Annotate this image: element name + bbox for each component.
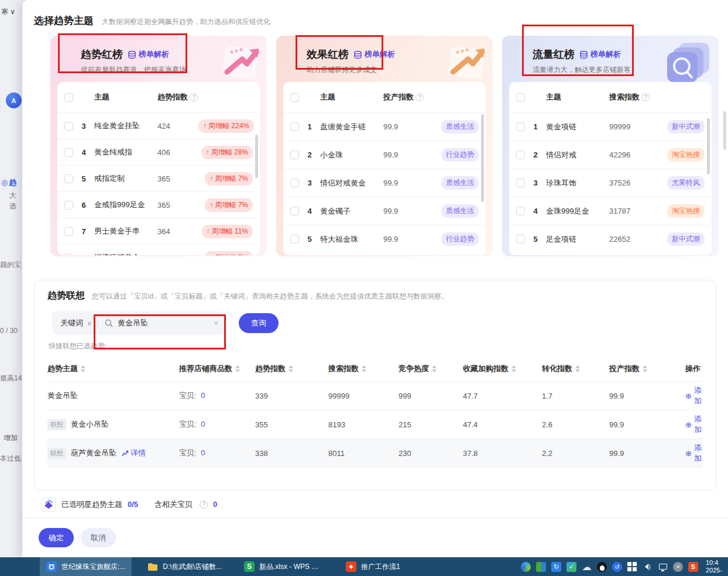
row-checkbox[interactable] [516, 235, 525, 244]
rank-analysis-link[interactable]: 榜单解析 [353, 49, 395, 60]
search-input[interactable]: 黄金吊坠 [98, 311, 225, 335]
conversion-index-value: 1.7 [542, 392, 609, 400]
select-all-checkbox[interactable] [290, 93, 299, 102]
card-table: 主题 趋势指数 3 纯金黄金挂坠 424 [57, 82, 260, 255]
row-checkbox[interactable] [516, 179, 525, 187]
row-checkbox[interactable] [64, 122, 73, 131]
taskbar-app-label: 世纪缘珠宝旗舰店:... [61, 562, 125, 572]
background-text-fragment: 题的宝贝 [0, 260, 22, 270]
row-checkbox[interactable] [64, 148, 73, 157]
help-icon[interactable] [415, 93, 424, 101]
association-title: 趋势联想 [47, 290, 85, 302]
sogou-icon[interactable] [688, 562, 698, 572]
trend-badge: 周增幅 28% [201, 146, 253, 159]
scrollbar-thumb[interactable] [481, 114, 484, 202]
row-checkbox[interactable] [516, 150, 525, 159]
clear-icon[interactable] [214, 318, 218, 328]
column-header[interactable]: 竞争热度 [399, 364, 463, 374]
item-count-link[interactable]: 0 [201, 420, 205, 428]
cancel-button[interactable]: 取消 [81, 528, 116, 547]
checkmark-icon[interactable] [566, 562, 576, 572]
sort-caret-icon[interactable] [511, 365, 516, 372]
modal-scrollbar-thumb[interactable] [723, 111, 726, 150]
cloud-icon[interactable] [582, 562, 592, 572]
taskbar-app[interactable]: 推广工作流1 [339, 557, 407, 576]
detail-link[interactable]: 详情 [122, 448, 146, 458]
disconnected-icon[interactable] [673, 562, 683, 572]
add-button[interactable]: 添加 [685, 414, 703, 435]
row-checkbox[interactable] [290, 150, 299, 159]
traffic-red-list-card: 流量红榜 榜单解析 流量潜力大，触达更多店铺新客 [502, 36, 719, 256]
select-all-checkbox[interactable] [516, 93, 525, 102]
swirl-icon[interactable] [612, 562, 622, 572]
search-type-dropdown[interactable]: 关键词 [52, 318, 97, 328]
selected-label: 已选明星趋势主题 [61, 499, 122, 510]
taskbar-app[interactable]: 新品.xlsx - WPS 表... [238, 557, 330, 576]
help-icon[interactable] [190, 93, 198, 101]
help-icon[interactable] [200, 500, 208, 509]
row-checkbox[interactable] [290, 235, 299, 244]
taskbar-app[interactable]: D:\焦武彪\店铺数... [141, 557, 228, 576]
column-header[interactable]: 转化指数 [542, 364, 609, 374]
sort-caret-icon[interactable] [575, 365, 580, 372]
rank-analysis-label: 榜单解析 [365, 49, 395, 60]
card-row: 2 小金珠 99.9 行业趋势 [283, 140, 486, 169]
confirm-button[interactable]: 确定 [39, 528, 74, 547]
trend-badge: 周增幅 7% [205, 198, 253, 212]
windows-icon[interactable] [627, 562, 637, 572]
related-items-count: 0 [213, 500, 217, 509]
query-button[interactable]: 查询 [239, 313, 279, 333]
network-icon[interactable] [658, 562, 668, 572]
column-header[interactable]: 操作 [685, 364, 703, 374]
association-table-body: 黄金吊坠 宝贝: 0 [47, 382, 703, 468]
item-count-link[interactable]: 0 [201, 391, 205, 400]
sort-caret-icon[interactable] [362, 365, 366, 372]
browser-icon[interactable] [521, 562, 531, 572]
taskbar-app[interactable]: 世纪缘珠宝旗舰店:... [40, 557, 132, 576]
add-button[interactable]: 添加 [685, 443, 703, 464]
column-header[interactable]: 推荐店铺商品数 [179, 364, 255, 374]
background-page-strip: 寒 ∨趋大选题的宝贝0 / 30最高14:增加本过低 [0, 0, 22, 557]
row-checkbox[interactable] [290, 122, 299, 131]
row-checkbox[interactable] [64, 227, 73, 236]
row-checkbox[interactable] [516, 207, 525, 215]
rank-analysis-link[interactable]: 榜单解析 [579, 49, 621, 60]
rank-analysis-icon [128, 50, 136, 59]
item-count-link[interactable]: 0 [201, 448, 205, 457]
background-text-fragment: 大 [9, 191, 16, 201]
add-button[interactable]: 添加 [685, 385, 703, 406]
column-header[interactable]: 搜索指数 [328, 364, 399, 374]
qq-icon[interactable] [597, 562, 607, 572]
column-header[interactable]: 趋势指数 [255, 364, 328, 374]
sort-caret-icon[interactable] [81, 365, 85, 372]
row-checkbox[interactable] [64, 201, 73, 210]
select-all-checkbox[interactable] [64, 93, 73, 102]
split-tile-icon[interactable] [536, 562, 546, 572]
row-checkbox[interactable] [516, 122, 525, 131]
search-icon [105, 319, 113, 327]
sort-caret-icon[interactable] [289, 365, 293, 372]
arrow-up-icon [203, 122, 207, 130]
scrollbar-thumb[interactable] [707, 118, 710, 174]
sort-caret-icon[interactable] [432, 365, 437, 372]
row-checkbox[interactable] [290, 179, 299, 187]
taskbar-clock[interactable]: 10:4 2025- [706, 559, 728, 574]
rank-analysis-link[interactable]: 榜单解析 [128, 49, 169, 60]
row-checkbox[interactable] [64, 174, 73, 183]
rank-number: 5 [304, 235, 315, 244]
column-header[interactable]: 收藏加购指数 [463, 364, 542, 374]
trend-index-value: 339 [255, 392, 328, 400]
sort-caret-icon[interactable] [235, 365, 240, 372]
row-checkbox[interactable] [290, 207, 299, 215]
help-icon[interactable] [641, 93, 650, 101]
rank-number: 4 [530, 207, 541, 215]
column-header[interactable]: 趋势主题 [47, 364, 179, 374]
scrollbar-thumb[interactable] [255, 135, 258, 178]
column-header[interactable]: 投产指数 [609, 364, 685, 374]
row-checkbox[interactable] [64, 253, 73, 256]
sort-caret-icon[interactable] [643, 365, 647, 372]
selection-summary-bar: 已选明星趋势主题 0/5 含相关宝贝 0 [22, 491, 728, 518]
sync-icon[interactable] [551, 562, 561, 572]
card-row: 7 男士黄金手串 364 周增幅 11% [57, 218, 260, 244]
speaker-icon[interactable] [643, 562, 653, 572]
